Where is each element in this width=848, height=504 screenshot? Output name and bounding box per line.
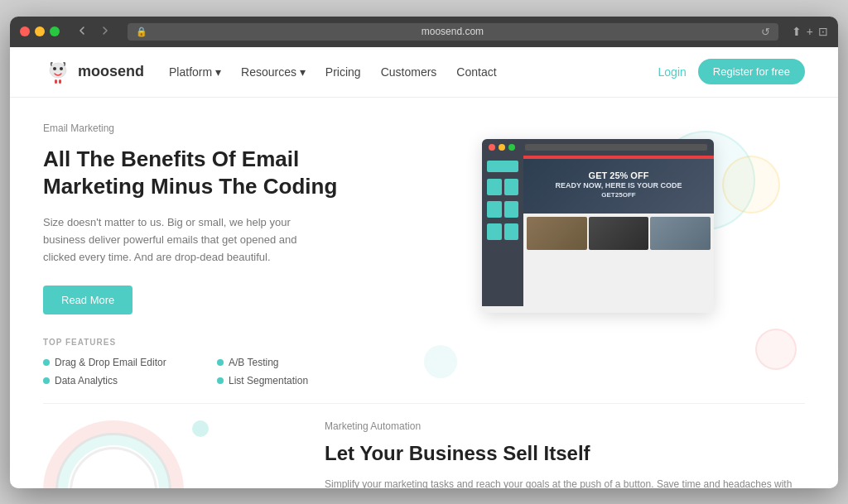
sidebar-top-block [487, 161, 518, 172]
deco-circle-4 [424, 345, 457, 378]
sb-block-1 [487, 179, 502, 195]
back-button[interactable] [73, 23, 91, 41]
nav-platform[interactable]: Platform ▾ [169, 65, 221, 79]
editor-main-area: GET 25% OFF READY NOW, HERE IS YOUR CODE… [523, 156, 714, 306]
extensions-button[interactable]: ⊡ [818, 25, 828, 38]
feature-dot-1 [43, 359, 50, 366]
share-button[interactable]: ⬆ [792, 25, 802, 38]
circle-deco-container [43, 420, 192, 487]
sidebar-pair-2 [487, 201, 518, 218]
editor-top-bar [482, 139, 714, 156]
register-button[interactable]: Register for free [698, 59, 805, 84]
main-heading: All The Benefits Of Email Marketing Minu… [43, 146, 374, 202]
feature-item-2: A/B Testing [217, 357, 374, 368]
nav-pricing[interactable]: Pricing [325, 65, 361, 79]
email-photo-1 [527, 217, 587, 250]
features-label: TOP FEATURES [43, 338, 374, 347]
sb-block-3 [487, 201, 502, 218]
forward-button[interactable] [96, 23, 114, 41]
address-bar[interactable] [152, 26, 753, 37]
sidebar-pair-3 [487, 223, 518, 240]
close-button[interactable] [20, 26, 30, 36]
hero-section: Email Marketing All The Benefits Of Emai… [10, 98, 838, 404]
editor-fullscreen [508, 144, 515, 151]
second-section: Marketing Automation Let Your Business S… [10, 404, 838, 487]
feature-label-1: Drag & Drop Email Editor [55, 357, 166, 368]
features-grid: Drag & Drop Email Editor A/B Testing Dat… [43, 357, 374, 386]
feature-label-2: A/B Testing [229, 357, 278, 368]
hero-left: Email Marketing All The Benefits Of Emai… [43, 122, 391, 387]
orange-accent-bar [523, 156, 714, 159]
nav-customers[interactable]: Customers [381, 65, 437, 79]
bubble-small [192, 420, 209, 437]
email-photo-row [523, 214, 714, 253]
section-label-2: Marketing Automation [325, 420, 805, 432]
hero-right: GET 25% OFF READY NOW, HERE IS YOUR CODE… [391, 122, 805, 387]
sb-block-2 [504, 179, 519, 195]
navbar: moosend Platform ▾ Resources ▾ Pricing C… [10, 47, 838, 98]
new-tab-button[interactable]: + [807, 25, 813, 38]
email-header-image: GET 25% OFF READY NOW, HERE IS YOUR CODE… [523, 156, 714, 214]
browser-chrome: 🔒 ↺ ⬆ + ⊡ [10, 17, 838, 47]
feature-label-3: Data Analytics [55, 375, 118, 386]
fullscreen-button[interactable] [50, 26, 60, 36]
main-description: Size doesn't matter to us. Big or small,… [43, 214, 325, 266]
feature-label-4: List Segmentation [229, 375, 308, 386]
traffic-lights [20, 26, 60, 36]
second-section-left [43, 420, 275, 487]
editor-minimize [499, 144, 505, 151]
svg-point-2 [53, 67, 56, 70]
nav-actions: Login Register for free [658, 59, 805, 84]
svg-rect-5 [59, 79, 61, 84]
editor-body: GET 25% OFF READY NOW, HERE IS YOUR CODE… [482, 156, 714, 306]
editor-sidebar [482, 156, 523, 306]
nav-links: Platform ▾ Resources ▾ Pricing Customers… [169, 65, 658, 79]
minimize-button[interactable] [35, 26, 45, 36]
email-editor-mockup: GET 25% OFF READY NOW, HERE IS YOUR CODE… [482, 139, 714, 313]
editor-close [489, 144, 495, 151]
address-bar-container: 🔒 ↺ [128, 23, 778, 41]
lock-icon: 🔒 [136, 26, 147, 37]
promo-text: GET 25% OFF [555, 170, 682, 181]
second-heading: Let Your Business Sell Itself [325, 440, 805, 466]
feature-dot-3 [43, 377, 50, 384]
svg-rect-4 [55, 79, 57, 84]
reload-button[interactable]: ↺ [761, 26, 770, 38]
main-content: Email Marketing All The Benefits Of Emai… [10, 98, 838, 488]
sidebar-pair-1 [487, 179, 518, 195]
deco-circle-3 [755, 329, 797, 370]
deco-circle-2 [722, 156, 780, 214]
feature-item-3: Data Analytics [43, 375, 200, 386]
feature-dot-4 [217, 377, 224, 384]
browser-controls [73, 23, 114, 41]
section-label: Email Marketing [43, 122, 374, 134]
logo-icon [43, 57, 73, 87]
feature-item-4: List Segmentation [217, 375, 374, 386]
promo-subtext: READY NOW, HERE IS YOUR CODE [555, 181, 682, 190]
login-button[interactable]: Login [658, 65, 687, 79]
email-photo-2 [589, 217, 649, 250]
feature-item-1: Drag & Drop Email Editor [43, 357, 200, 368]
promo-code: GET25OFF [555, 191, 682, 199]
feature-dot-2 [217, 359, 224, 366]
browser-right-controls: ⬆ + ⊡ [792, 25, 828, 38]
svg-point-3 [60, 67, 63, 70]
nav-resources[interactable]: Resources ▾ [241, 65, 306, 79]
second-section-right: Marketing Automation Let Your Business S… [275, 420, 805, 487]
logo-text: moosend [78, 63, 144, 80]
browser-window: 🔒 ↺ ⬆ + ⊡ [10, 17, 838, 488]
second-description: Simplify your marketing tasks and reach … [325, 477, 805, 488]
sb-block-4 [504, 201, 519, 218]
sb-block-6 [504, 223, 519, 240]
nav-contact[interactable]: Contact [456, 65, 496, 79]
logo-area: moosend [43, 57, 144, 87]
sb-block-5 [487, 223, 502, 240]
page-content: moosend Platform ▾ Resources ▾ Pricing C… [10, 47, 838, 488]
read-more-button[interactable]: Read More [43, 286, 132, 314]
email-photo-3 [650, 217, 711, 250]
